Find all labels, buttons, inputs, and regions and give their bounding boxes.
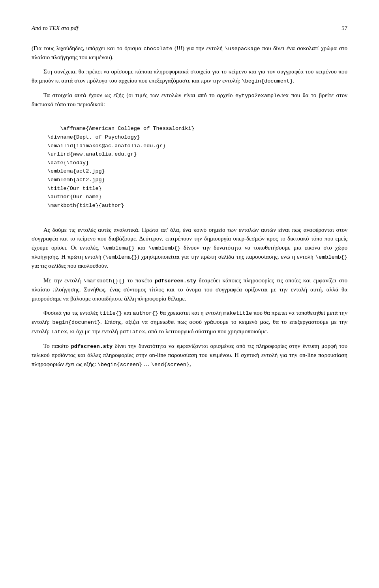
p6-text2: και (122, 310, 133, 316)
p7-text1: Το πακέτο (43, 343, 71, 349)
paragraph-6: Φυσικά για τις εντολές title{} και autho… (32, 308, 347, 336)
p3-code1: eytypo2example (235, 93, 280, 99)
p6-code4: begin{document} (53, 319, 101, 325)
p7-code1: \begin{screen} (98, 362, 142, 368)
p6-code2: author{} (133, 310, 158, 316)
paragraph-2: Στη συνέχεια, θα πρέπει να ορίσουμε κάπο… (32, 67, 347, 85)
p4-code1: \emblema{} (103, 245, 135, 251)
p5-code1: \markboth{}{} (83, 278, 125, 284)
paragraph-1: (Για τους λιχούδηδες, υπάρχει και το όρι… (32, 44, 347, 62)
paragraph-4: Ας δούμε τις εντολές αυτές αναλυτικά. Πρ… (32, 225, 347, 271)
header-page-number: 57 (341, 24, 347, 33)
code-line-1: \affname{American College of Thessalonik… (47, 126, 195, 208)
p4-code3: \emblema{} (105, 254, 137, 260)
page-header: Από το ΤΕΧ στο pdf 57 (32, 24, 347, 33)
p7-code2: \end{screen} (151, 362, 190, 368)
p6-text7: , από το λειτουργικό σύστημα που χρησιμο… (145, 328, 268, 334)
header-title: Από το ΤΕΧ στο pdf (32, 24, 78, 33)
p7-bold1: pdfscreen.sty (71, 344, 113, 349)
p4-code4: \emblemb{} (315, 254, 347, 260)
p6-code3: maketitle (223, 310, 252, 316)
p4-text4: ) χρησιμοποιείται για την πρώτη σελίδα τ… (137, 254, 315, 260)
paragraph-5: Με την εντολή \markboth{}{} το πακέτο pd… (32, 276, 347, 303)
p6-text6: , κι όχι με την εντολή (67, 328, 120, 334)
p6-text3: θα χρειαστεί και η εντολή (158, 310, 223, 316)
p6-code5: latex (51, 329, 68, 335)
p3-text1: Τα στοιχεία αυτά έχουν ως εξής (οι τιμές… (43, 92, 235, 98)
p6-text1: Φυσικά για τις εντολές (43, 310, 99, 316)
p4-code2: \emblemb{} (148, 245, 180, 251)
paragraph-3: Τα στοιχεία αυτά έχουν ως εξής (οι τιμές… (32, 91, 347, 109)
p5-text2: το πακέτο (125, 277, 155, 284)
code-block-1: \affname{American College of Thessalonik… (47, 116, 347, 218)
p6-code1: title{} (99, 310, 122, 316)
p4-text2: και (135, 244, 148, 251)
p1-text2: (!!!) για την εντολή (173, 45, 225, 51)
p5-bold1: pdfscreen.sty (155, 278, 196, 284)
p5-text1: Με την εντολή (43, 277, 83, 284)
p1-text1: (Για τους λιχούδηδες, υπάρχει και το όρι… (32, 45, 144, 51)
p2-text2: . (293, 77, 295, 84)
p7-text4: , (190, 361, 191, 367)
paragraph-7: Το πακέτο pdfscreen.sty δίνει την δυνατό… (32, 342, 347, 369)
page: Από το ΤΕΧ στο pdf 57 (Για τους λιχούδηδ… (0, 0, 379, 588)
p1-code2: \usepackage (225, 46, 260, 52)
p6-code6: pdflatex (120, 329, 145, 335)
p7-text3: … (142, 361, 151, 367)
p2-text1: Στη συνέχεια, θα πρέπει να ορίσουμε κάπο… (32, 68, 347, 84)
p1-code1: chocolate (144, 46, 173, 52)
p4-text5: για τις σελίδες που ακολουθούν. (32, 263, 108, 269)
p2-code1: \begin{document} (242, 78, 293, 84)
